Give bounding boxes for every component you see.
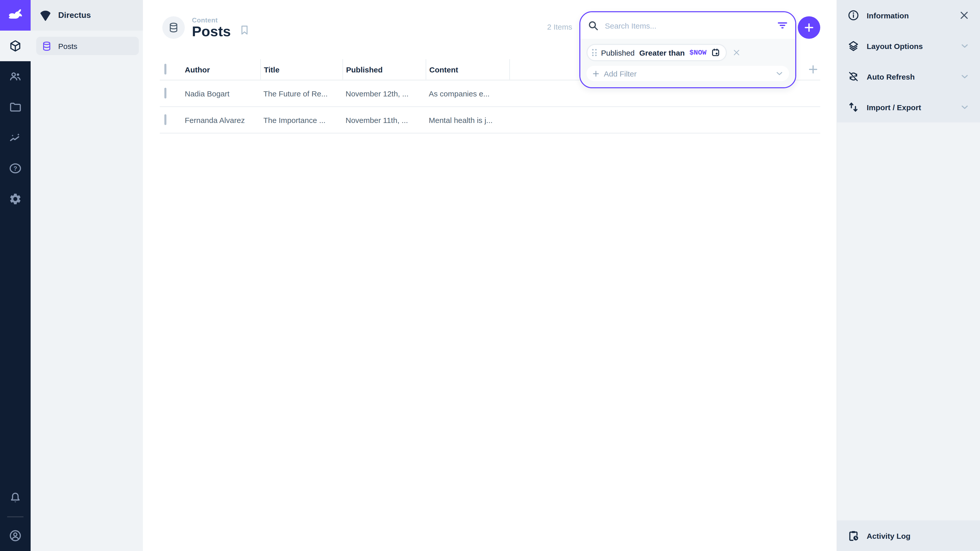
database-icon xyxy=(168,22,179,33)
search-input[interactable] xyxy=(604,21,777,30)
help-icon: ? xyxy=(9,162,22,175)
plus-icon xyxy=(592,69,600,78)
section-label: Layout Options xyxy=(867,41,953,50)
column-header-title[interactable]: Title xyxy=(260,59,342,79)
module-bar-spacer xyxy=(0,214,30,483)
sidebar-section-layout-options[interactable]: Layout Options xyxy=(837,30,980,61)
box-icon xyxy=(9,39,22,52)
sync-disabled-icon xyxy=(847,70,859,83)
section-label: Auto Refresh xyxy=(867,72,953,81)
close-icon[interactable] xyxy=(959,10,970,21)
sidebar-item-posts[interactable]: Posts xyxy=(36,37,139,55)
create-item-button[interactable] xyxy=(798,16,820,39)
search-filter-panel: Published Greater than $NOW xyxy=(579,11,796,88)
chevron-down-icon xyxy=(959,71,970,82)
info-icon xyxy=(847,9,859,21)
account-icon xyxy=(9,529,22,542)
breadcrumb: Content xyxy=(192,16,231,24)
add-column-button[interactable] xyxy=(807,63,819,76)
title-block: Content Posts xyxy=(192,16,231,39)
directus-app: ? Directus xyxy=(0,0,980,551)
project-fan-icon xyxy=(39,9,52,22)
folder-icon xyxy=(9,100,22,114)
section-label: Activity Log xyxy=(867,531,970,540)
activity-log-icon xyxy=(847,530,859,542)
cell-author: Nadia Bogart xyxy=(182,89,260,98)
database-icon xyxy=(41,41,52,51)
section-label: Import / Export xyxy=(867,103,953,111)
project-name: Directus xyxy=(58,11,91,20)
cell-content: As companies e... xyxy=(426,89,510,98)
search-row xyxy=(580,12,795,39)
directus-logo[interactable] xyxy=(0,0,30,30)
filter-value: $NOW xyxy=(689,48,706,57)
filter-operator: Greater than xyxy=(639,48,685,57)
right-sidebar: Information Layout Options Auto Refresh xyxy=(837,0,980,551)
notifications-button[interactable] xyxy=(0,483,30,513)
module-bar: ? xyxy=(0,0,30,551)
column-header-author[interactable]: Author xyxy=(182,59,260,79)
bell-icon xyxy=(9,491,22,505)
insights-icon xyxy=(9,131,22,144)
section-label: Information xyxy=(867,11,951,20)
sidebar-section-import-export[interactable]: Import / Export xyxy=(837,92,980,122)
module-files[interactable] xyxy=(0,92,30,122)
filter-area: Published Greater than $NOW xyxy=(580,39,795,87)
cell-content: Mental health is j... xyxy=(426,116,510,124)
plus-icon xyxy=(803,21,815,34)
chevron-down-icon xyxy=(959,102,970,112)
cell-published: November 12th, ... xyxy=(342,89,426,98)
column-header-content[interactable]: Content xyxy=(426,59,510,79)
sidebar-body xyxy=(837,122,980,520)
filter-chip[interactable]: Published Greater than $NOW xyxy=(587,44,727,61)
filter-chip-row: Published Greater than $NOW xyxy=(587,44,789,61)
module-bar-divider xyxy=(7,516,24,517)
people-icon xyxy=(9,70,22,83)
cell-published: November 11th, ... xyxy=(342,116,426,124)
module-settings[interactable] xyxy=(0,184,30,214)
module-help[interactable]: ? xyxy=(0,153,30,184)
rabbit-icon xyxy=(6,6,25,25)
cell-title: The Future of Re... xyxy=(260,89,342,98)
module-users[interactable] xyxy=(0,61,30,92)
drag-handle-icon[interactable] xyxy=(592,49,597,56)
gear-icon xyxy=(9,192,22,206)
cell-title: The Importance ... xyxy=(260,116,342,124)
page-title: Posts xyxy=(192,24,231,39)
nav-sidebar: Directus Posts xyxy=(30,0,143,551)
items-count: 2 Items xyxy=(547,22,572,31)
filter-icon[interactable] xyxy=(777,20,788,31)
svg-text:?: ? xyxy=(14,165,18,172)
row-checkbox[interactable] xyxy=(160,89,182,98)
import-export-icon xyxy=(847,101,859,113)
chevron-down-icon xyxy=(775,69,784,78)
calendar-icon[interactable] xyxy=(711,48,720,57)
module-insights[interactable] xyxy=(0,122,30,153)
user-menu-button[interactable] xyxy=(0,520,30,551)
remove-filter-icon[interactable] xyxy=(732,48,741,57)
add-filter-label: Add Filter xyxy=(604,69,775,78)
bookmark-icon[interactable] xyxy=(239,24,250,36)
sidebar-item-label: Posts xyxy=(58,41,77,50)
column-header-published[interactable]: Published xyxy=(342,59,426,79)
filter-field: Published xyxy=(601,48,635,57)
chevron-down-icon xyxy=(959,41,970,51)
main-content: Content Posts 2 Items Author Title Publi… xyxy=(143,0,837,551)
sidebar-section-information[interactable]: Information xyxy=(837,0,980,30)
module-content[interactable] xyxy=(0,30,30,61)
layers-icon xyxy=(847,40,859,52)
project-header[interactable]: Directus xyxy=(30,0,143,30)
row-checkbox[interactable] xyxy=(160,115,182,124)
cell-author: Fernanda Alvarez xyxy=(182,116,260,124)
sidebar-section-auto-refresh[interactable]: Auto Refresh xyxy=(837,61,980,92)
sidebar-section-activity-log[interactable]: Activity Log xyxy=(837,520,980,551)
search-icon xyxy=(587,20,599,31)
add-filter-button[interactable]: Add Filter xyxy=(587,66,789,81)
select-all-checkbox[interactable] xyxy=(160,65,182,74)
table-row[interactable]: Fernanda Alvarez The Importance ... Nove… xyxy=(160,106,820,134)
collection-icon-circle xyxy=(162,16,185,39)
